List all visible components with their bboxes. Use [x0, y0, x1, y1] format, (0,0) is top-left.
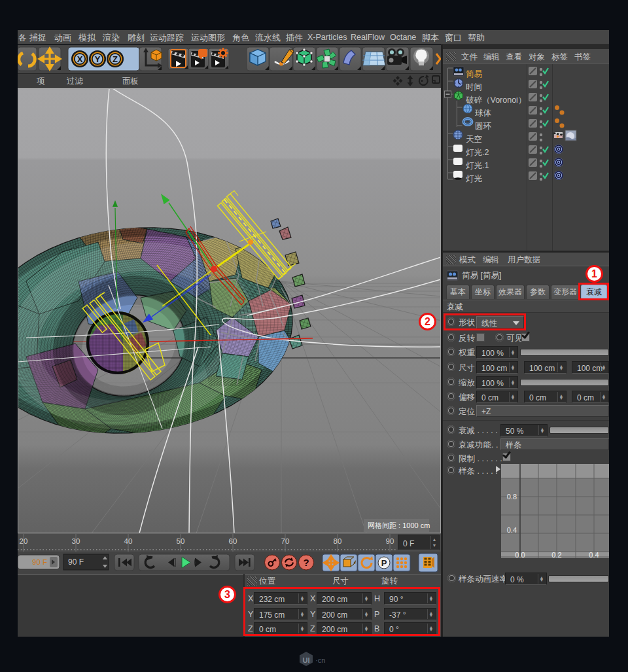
- svg-text:0.0: 0.0: [515, 551, 525, 558]
- svg-text:40: 40: [124, 537, 133, 545]
- svg-text:UI: UI: [303, 656, 310, 664]
- svg-text:?: ?: [303, 557, 309, 568]
- svg-text:0.8: 0.8: [507, 493, 517, 501]
- svg-text:X: X: [77, 54, 83, 64]
- svg-text:90: 90: [386, 537, 394, 545]
- svg-text:·cn: ·cn: [315, 656, 325, 664]
- svg-text:90 F: 90 F: [32, 558, 47, 566]
- svg-text:网格间距 : 1000 cm: 网格间距 : 1000 cm: [368, 522, 430, 529]
- svg-text:80: 80: [334, 537, 342, 545]
- svg-text:0.2: 0.2: [551, 551, 561, 558]
- svg-text:90 F: 90 F: [68, 557, 84, 567]
- svg-text:0.4: 0.4: [589, 551, 599, 558]
- svg-text:20: 20: [20, 537, 28, 545]
- svg-text:Z: Z: [113, 54, 118, 64]
- svg-text:P: P: [381, 558, 387, 568]
- svg-text:50: 50: [177, 537, 185, 545]
- svg-text:30: 30: [72, 537, 80, 545]
- svg-text:70: 70: [281, 537, 290, 545]
- svg-text:Y: Y: [95, 54, 101, 64]
- svg-text:0.4: 0.4: [507, 526, 517, 534]
- svg-text:60: 60: [229, 537, 237, 545]
